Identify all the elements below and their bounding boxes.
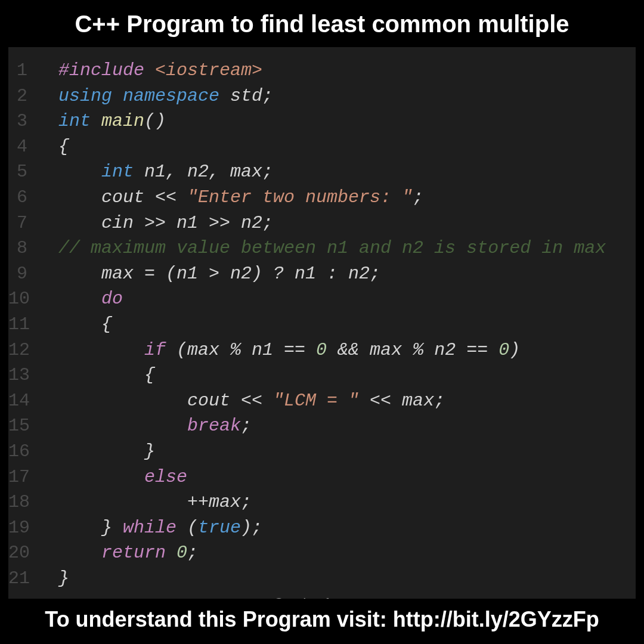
code-line: 1 #include <iostream> <box>8 58 636 83</box>
code-line: 16 } <box>8 439 636 465</box>
line-number: 21 <box>8 566 37 592</box>
code-line: 17 else <box>8 465 636 490</box>
preprocessor: #include <box>58 60 155 80</box>
brace: { <box>58 137 69 157</box>
author-handle: @coder_forevers <box>8 591 636 599</box>
number: 0 <box>499 340 509 360</box>
identifier: cout <box>187 391 241 411</box>
image-card: C++ Program to find least common multipl… <box>0 0 644 644</box>
brace: } <box>58 568 69 589</box>
code-line: 12 if (max % n1 == 0 && max % n2 == 0) <box>8 338 636 363</box>
code-block: 1 #include <iostream> 2 using namespace … <box>8 47 636 599</box>
code-line: 13 { <box>8 363 636 388</box>
line-number: 18 <box>8 490 37 515</box>
expression: && max % n2 == <box>327 340 499 360</box>
expression: max = (n1 > n2) ? n1 : n2; <box>101 264 380 284</box>
string: "Enter two numbers: " <box>187 187 413 208</box>
code-line: 8 // maximum value between n1 and n2 is … <box>8 236 636 261</box>
include-path: <iostream> <box>155 60 262 80</box>
punct: () <box>144 111 166 131</box>
punct: ) <box>509 340 520 360</box>
keyword: do <box>101 289 123 309</box>
punct: ); <box>241 518 262 538</box>
line-number: 2 <box>8 83 37 109</box>
footer-text: To understand this Program visit: http:/… <box>0 599 644 644</box>
line-number: 6 <box>8 185 37 210</box>
keyword: break <box>187 416 241 436</box>
code-line: 20 return 0; <box>8 540 636 566</box>
punct: ( <box>187 518 198 538</box>
line-number: 9 <box>8 261 37 287</box>
identifier: cin <box>101 213 144 233</box>
line-number: 14 <box>8 388 37 414</box>
number: 0 <box>177 543 187 563</box>
keyword: return <box>101 543 177 563</box>
punct: ; <box>413 187 423 208</box>
punct: ; <box>241 416 252 436</box>
code-line: 10 do <box>8 286 636 312</box>
keyword: while <box>123 518 187 538</box>
operator: << <box>241 391 273 411</box>
line-number: 13 <box>8 363 37 388</box>
type: int <box>58 111 101 131</box>
code-line: 4 { <box>8 134 636 160</box>
keyword: if <box>144 340 177 360</box>
expression: << max; <box>359 391 445 411</box>
keyword: using <box>58 86 123 106</box>
line-number: 12 <box>8 338 37 363</box>
expression: ++max; <box>187 492 252 512</box>
code-line: 7 cin >> n1 >> n2; <box>8 210 636 236</box>
line-number: 16 <box>8 439 37 465</box>
code-line: 3 int main() <box>8 109 636 134</box>
line-number: 19 <box>8 515 37 541</box>
code-line: 11 { <box>8 312 636 338</box>
brace: { <box>144 365 155 385</box>
code-line: 9 max = (n1 > n2) ? n1 : n2; <box>8 261 636 287</box>
code-line: 2 using namespace std; <box>8 83 636 109</box>
line-number: 20 <box>8 540 37 566</box>
identifier: cout <box>101 187 155 208</box>
type: int <box>101 162 144 182</box>
function: main <box>101 111 144 131</box>
brace: { <box>101 314 112 335</box>
keyword: else <box>144 467 187 487</box>
code-line: 15 break; <box>8 413 636 439</box>
string: "LCM = " <box>273 391 359 411</box>
code-line: 21 } <box>8 566 636 592</box>
expression: (max % n1 == <box>177 340 316 360</box>
title: C++ Program to find least common multipl… <box>0 0 644 47</box>
line-number: 5 <box>8 159 37 185</box>
expression: >> n1 >> n2; <box>144 213 273 233</box>
code-line: 5 int n1, n2, max; <box>8 159 636 185</box>
line-number: 3 <box>8 109 37 134</box>
line-number: 10 <box>8 286 37 312</box>
punct: ; <box>187 543 198 563</box>
code-line: 14 cout << "LCM = " << max; <box>8 388 636 414</box>
identifiers: n1, n2, max; <box>144 162 273 182</box>
code-line: 18 ++max; <box>8 490 636 515</box>
comment: // maximum value between n1 and n2 is st… <box>58 238 606 258</box>
line-number: 1 <box>8 58 37 83</box>
keyword: namespace <box>123 86 230 106</box>
punct: ; <box>262 86 273 106</box>
code-line: 6 cout << "Enter two numbers: "; <box>8 185 636 210</box>
number: 0 <box>316 340 327 360</box>
boolean: true <box>198 518 241 538</box>
line-number: 17 <box>8 465 37 490</box>
line-number: 7 <box>8 210 37 236</box>
code-line: 19 } while (true); <box>8 515 636 541</box>
line-number: 11 <box>8 312 37 338</box>
operator: << <box>155 187 187 208</box>
brace: } <box>144 441 155 462</box>
line-number: 15 <box>8 413 37 439</box>
identifier: std <box>230 86 262 106</box>
line-number: 4 <box>8 134 37 160</box>
line-number: 8 <box>8 236 37 261</box>
brace: } <box>101 518 123 538</box>
